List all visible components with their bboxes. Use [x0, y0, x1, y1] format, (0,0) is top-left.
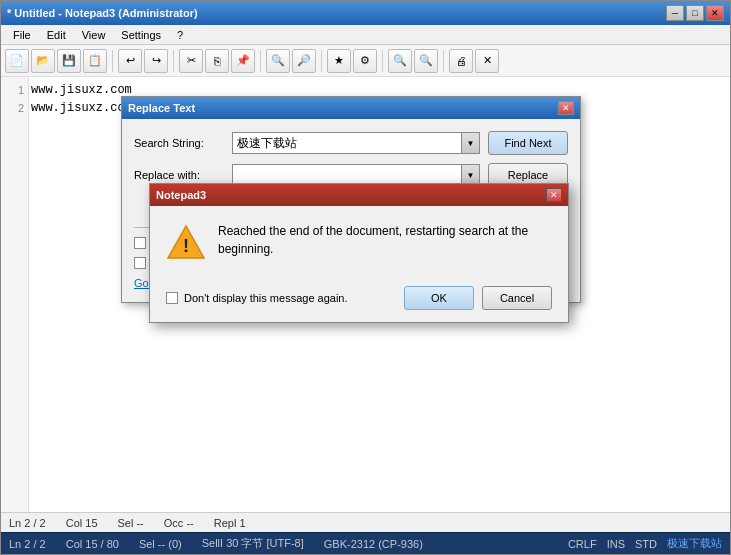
undo-button[interactable]: ↩	[118, 49, 142, 73]
bottom-selli: SellI 30 字节 [UTF-8]	[202, 536, 304, 551]
search-label: Search String:	[134, 137, 224, 149]
alert-footer: Don't display this message again. OK Can…	[150, 278, 568, 322]
status-bar: Ln 2 / 2 Col 15 Sel -- Occ -- Repl 1	[1, 512, 730, 532]
minimize-button[interactable]: ─	[666, 5, 684, 21]
line-number-2: 2	[1, 99, 28, 117]
toolbar-separator-4	[321, 50, 322, 72]
status-sel: Sel --	[118, 517, 144, 529]
replace-label: Replace with:	[134, 169, 224, 181]
menu-settings[interactable]: Settings	[113, 27, 169, 43]
main-window: * Untitled - Notepad3 (Administrator) ─ …	[0, 0, 731, 555]
window-close-button[interactable]: ✕	[706, 5, 724, 21]
status-repl: Repl 1	[214, 517, 246, 529]
bottom-encoding: GBK-2312 (CP-936)	[324, 538, 423, 550]
dont-show-checkbox[interactable]	[166, 292, 178, 304]
alert-message-line1: Reached the end of the document, restart…	[218, 222, 528, 240]
save-button[interactable]: 💾	[57, 49, 81, 73]
bottom-col: Col 15 / 80	[66, 538, 119, 550]
close-doc-button[interactable]: ✕	[475, 49, 499, 73]
find-replace-button[interactable]: 🔎	[292, 49, 316, 73]
dot-checkbox[interactable]	[134, 257, 146, 269]
maximize-button[interactable]: □	[686, 5, 704, 21]
title-bar-buttons: ─ □ ✕	[666, 5, 724, 21]
menu-bar: File Edit View Settings ?	[1, 25, 730, 45]
open-button[interactable]: 📂	[31, 49, 55, 73]
paste-button[interactable]: 📌	[231, 49, 255, 73]
search-combo-arrow[interactable]: ▼	[461, 133, 479, 153]
zoom-out-button[interactable]: 🔍	[414, 49, 438, 73]
window-title: * Untitled - Notepad3 (Administrator)	[7, 7, 198, 19]
bottom-sel: Sel -- (0)	[139, 538, 182, 550]
bottom-ins: INS	[607, 538, 625, 550]
alert-message: Reached the end of the document, restart…	[218, 222, 528, 258]
replace-dialog-title: Replace Text	[128, 102, 195, 114]
copy-button[interactable]: ⎘	[205, 49, 229, 73]
bookmark-button[interactable]: ★	[327, 49, 351, 73]
dont-show-label: Don't display this message again.	[184, 292, 348, 304]
bottom-ln: Ln 2 / 2	[9, 538, 46, 550]
alert-title-bar: Notepad3 ✕	[150, 184, 568, 206]
cut-button[interactable]: ✂	[179, 49, 203, 73]
watermark: 极速下载站	[667, 536, 722, 551]
line-numbers: 1 2	[1, 77, 29, 512]
zoom-in-button[interactable]: 🔍	[388, 49, 412, 73]
search-input-combo[interactable]: ▼	[232, 132, 480, 154]
svg-text:!: !	[183, 236, 189, 256]
search-input[interactable]	[233, 133, 461, 153]
find-next-button[interactable]: Find Next	[488, 131, 568, 155]
bottom-status-bar: Ln 2 / 2 Col 15 / 80 Sel -- (0) SellI 30…	[1, 532, 730, 554]
regex-checkbox[interactable]	[134, 237, 146, 249]
alert-message-line2: beginning.	[218, 240, 528, 258]
toolbar-separator-6	[443, 50, 444, 72]
alert-checkbox-row: Don't display this message again.	[166, 292, 348, 304]
status-col: Col 15	[66, 517, 98, 529]
watermark-text: 极速下载站	[667, 536, 722, 551]
toolbar-separator-2	[173, 50, 174, 72]
toolbar: 📄 📂 💾 📋 ↩ ↪ ✂ ⎘ 📌 🔍 🔎 ★ ⚙ 🔍 🔍 🖨 ✕	[1, 45, 730, 77]
bottom-cr: CRLF	[568, 538, 597, 550]
menu-help[interactable]: ?	[169, 27, 191, 43]
replace-dialog-close-button[interactable]: ✕	[558, 101, 574, 115]
alert-buttons: OK Cancel	[404, 286, 552, 310]
line-number-1: 1	[1, 81, 28, 99]
settings-button[interactable]: ⚙	[353, 49, 377, 73]
alert-body: ! Reached the end of the document, resta…	[150, 206, 568, 278]
bottom-status-right: CRLF INS STD 极速下载站	[568, 536, 722, 551]
print-button[interactable]: 🖨	[449, 49, 473, 73]
alert-cancel-button[interactable]: Cancel	[482, 286, 552, 310]
status-occ: Occ --	[164, 517, 194, 529]
alert-ok-button[interactable]: OK	[404, 286, 474, 310]
search-row: Search String: ▼ Find Next	[134, 131, 568, 155]
replace-combo-arrow[interactable]: ▼	[461, 165, 479, 185]
alert-dialog: Notepad3 ✕ ! Reached the end of the docu…	[149, 183, 569, 323]
replace-input[interactable]	[233, 165, 461, 185]
alert-title: Notepad3	[156, 189, 206, 201]
redo-button[interactable]: ↪	[144, 49, 168, 73]
new-button[interactable]: 📄	[5, 49, 29, 73]
status-ln: Ln 2 / 2	[9, 517, 46, 529]
replace-dialog-title-bar: Replace Text ✕	[122, 97, 580, 119]
menu-view[interactable]: View	[74, 27, 114, 43]
bottom-std: STD	[635, 538, 657, 550]
alert-close-button[interactable]: ✕	[546, 188, 562, 202]
menu-edit[interactable]: Edit	[39, 27, 74, 43]
toolbar-separator-3	[260, 50, 261, 72]
toolbar-separator-5	[382, 50, 383, 72]
toolbar-separator-1	[112, 50, 113, 72]
title-bar: * Untitled - Notepad3 (Administrator) ─ …	[1, 1, 730, 25]
find-button[interactable]: 🔍	[266, 49, 290, 73]
warning-icon: !	[166, 222, 206, 262]
save-as-button[interactable]: 📋	[83, 49, 107, 73]
menu-file[interactable]: File	[5, 27, 39, 43]
